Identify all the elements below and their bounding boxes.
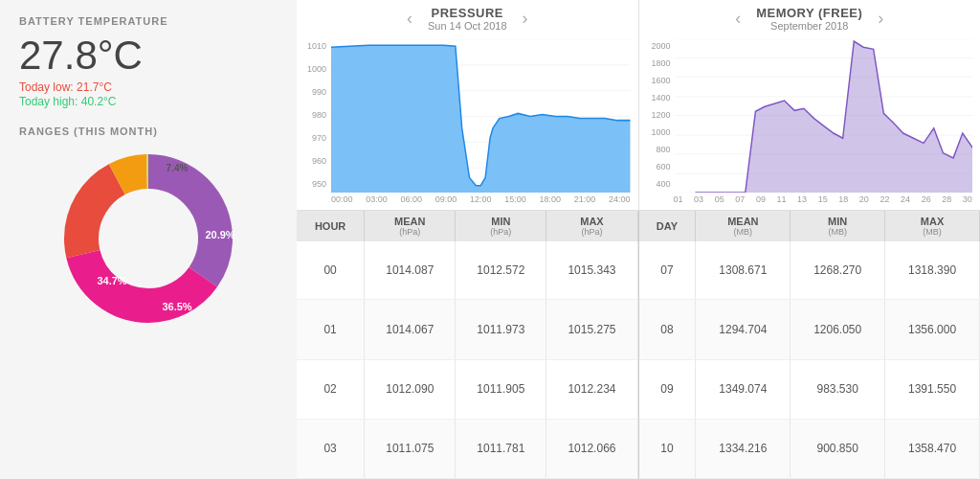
table-cell: 1391.550	[885, 359, 980, 419]
memory-table-header-row: DAY MEAN(MB) MIN(MB) MAX(MB)	[639, 211, 980, 241]
pressure-chart-area: 1010 1000 990 980 970 960 950	[297, 37, 638, 210]
table-cell: 1015.343	[546, 241, 637, 300]
pressure-col-hour: HOUR	[297, 211, 365, 241]
y-label-1000: 1000	[639, 127, 674, 137]
y-label-960: 960	[297, 156, 329, 166]
battery-title: BATTERY TEMPERATURE	[19, 15, 278, 27]
table-cell: 1014.087	[365, 241, 456, 300]
pressure-x-labels: 00:00 03:00 06:00 09:00 12:00 15:00 18:0…	[331, 194, 631, 210]
pressure-chart-header: ‹ PRESSURE Sun 14 Oct 2018 ›	[297, 0, 638, 37]
table-cell: 1011.075	[365, 419, 456, 478]
table-cell: 1011.973	[456, 300, 546, 359]
pressure-col-max: MAX(hPa)	[546, 211, 637, 241]
y-label-950: 950	[297, 179, 329, 189]
y-label-1000: 1000	[297, 64, 329, 74]
memory-title-block: MEMORY (FREE) September 2018	[756, 6, 862, 32]
memory-col-max: MAX(MB)	[885, 211, 980, 241]
table-cell: 00	[297, 241, 365, 300]
pressure-table-header-row: HOUR MEAN(hPa) MIN(hPa) MAX(hPa)	[297, 211, 637, 241]
memory-col-mean: MEAN(MB)	[696, 211, 791, 241]
memory-prev-btn[interactable]: ‹	[731, 9, 745, 29]
memory-svg	[676, 39, 973, 193]
y-label-1600: 1600	[639, 76, 674, 85]
table-cell: 1012.572	[456, 241, 546, 300]
table-cell: 1268.270	[791, 241, 885, 300]
table-cell: 1334.216	[696, 419, 791, 478]
right-panels: ‹ PRESSURE Sun 14 Oct 2018 › 1010 1000 9…	[297, 0, 980, 479]
temp-low: Today low: 21.7°C	[19, 80, 278, 94]
pressure-col-min: MIN(hPa)	[456, 211, 546, 241]
y-label-600: 600	[639, 162, 674, 171]
table-cell: 1294.704	[696, 300, 791, 359]
table-cell: 1349.074	[696, 359, 791, 419]
temp-high: Today high: 40.2°C	[19, 95, 278, 108]
pressure-y-labels: 1010 1000 990 980 970 960 950	[297, 37, 329, 193]
table-cell: 1308.671	[696, 241, 791, 300]
table-cell: 07	[639, 241, 696, 300]
memory-main-title: MEMORY (FREE)	[756, 6, 862, 20]
pressure-next-btn[interactable]: ›	[519, 9, 532, 29]
y-label-980: 980	[297, 110, 329, 120]
memory-x-labels: 01 03 05 07 09 11 13 15 18 20 22 24 26 2…	[674, 194, 973, 210]
memory-table: DAY MEAN(MB) MIN(MB) MAX(MB) 071308.6711…	[639, 211, 981, 479]
table-section: HOUR MEAN(hPa) MIN(hPa) MAX(hPa) 001014.…	[297, 211, 980, 479]
table-cell: 01	[297, 300, 365, 359]
table-cell: 1011.905	[456, 359, 546, 419]
memory-col-day: DAY	[639, 211, 696, 241]
table-cell: 1358.470	[885, 419, 980, 478]
y-label-400: 400	[639, 179, 674, 189]
memory-col-min: MIN(MB)	[791, 211, 885, 241]
table-row: 101334.216900.8501358.470	[639, 419, 980, 478]
y-label-970: 970	[297, 133, 329, 143]
y-label-1010: 1010	[297, 41, 329, 51]
y-label-2000: 2000	[639, 41, 674, 51]
table-cell: 03	[297, 419, 365, 478]
table-cell: 1015.275	[546, 300, 637, 359]
table-cell: 983.530	[791, 359, 885, 419]
table-cell: 08	[639, 300, 696, 359]
pressure-table: HOUR MEAN(hPa) MIN(hPa) MAX(hPa) 001014.…	[297, 211, 638, 479]
table-cell: 1012.090	[365, 359, 456, 419]
table-cell: 1318.390	[885, 241, 980, 300]
memory-chart-header: ‹ MEMORY (FREE) September 2018 ›	[639, 0, 981, 37]
pressure-prev-btn[interactable]: ‹	[403, 9, 416, 29]
table-cell: 1356.000	[885, 300, 980, 359]
memory-y-labels: 2000 1800 1600 1400 1200 1000 800 600 40…	[639, 37, 674, 193]
table-cell: 1014.067	[365, 300, 456, 359]
table-row: 071308.6711268.2701318.390	[639, 241, 980, 300]
charts-row: ‹ PRESSURE Sun 14 Oct 2018 › 1010 1000 9…	[297, 0, 980, 211]
table-cell: 1206.050	[791, 300, 885, 359]
table-row: 001014.0871012.5721015.343	[297, 241, 637, 300]
table-cell: 10	[639, 419, 696, 478]
table-row: 011014.0671011.9731015.275	[297, 300, 637, 359]
pressure-chart-panel: ‹ PRESSURE Sun 14 Oct 2018 › 1010 1000 9…	[297, 0, 639, 210]
donut-label-2: 36.5%	[162, 301, 191, 312]
memory-chart-area: 2000 1800 1600 1400 1200 1000 800 600 40…	[639, 37, 981, 210]
temperature-value: 27.8°C	[19, 33, 278, 79]
y-label-1400: 1400	[639, 93, 674, 103]
donut-chart: 34.7% 36.5% 20.9% 7.4%	[53, 143, 244, 334]
table-cell: 1012.234	[546, 359, 637, 419]
y-label-1800: 1800	[639, 58, 674, 68]
table-row: 081294.7041206.0501356.000	[639, 300, 980, 359]
y-label-1200: 1200	[639, 110, 674, 120]
table-cell: 1011.781	[456, 419, 546, 478]
memory-next-btn[interactable]: ›	[874, 9, 887, 29]
donut-label-3: 20.9%	[205, 229, 234, 240]
memory-chart-panel: ‹ MEMORY (FREE) September 2018 › 2000 18…	[639, 0, 981, 210]
y-label-990: 990	[297, 87, 329, 97]
donut-label-4: 7.4%	[167, 163, 189, 173]
pressure-subtitle: Sun 14 Oct 2018	[428, 20, 507, 32]
pressure-svg	[331, 39, 631, 193]
table-cell: 09	[639, 359, 696, 419]
table-row: 031011.0751011.7811012.066	[297, 419, 637, 478]
table-row: 091349.074983.5301391.550	[639, 359, 980, 419]
pressure-title-block: PRESSURE Sun 14 Oct 2018	[428, 6, 507, 32]
table-row: 021012.0901011.9051012.234	[297, 359, 637, 419]
memory-area	[676, 41, 973, 193]
ranges-title: RANGES (THIS MONTH)	[19, 125, 278, 137]
left-panel: BATTERY TEMPERATURE 27.8°C Today low: 21…	[0, 0, 297, 479]
table-cell: 02	[297, 359, 365, 419]
table-cell: 1012.066	[546, 419, 637, 478]
memory-subtitle: September 2018	[756, 20, 862, 32]
